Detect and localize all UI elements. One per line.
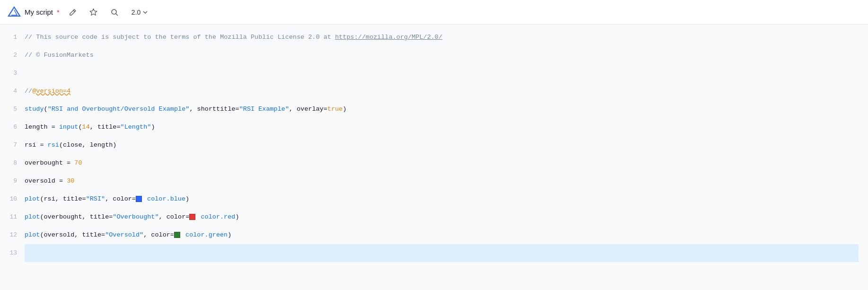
code-lines: // This source code is subject to the te… xyxy=(25,28,868,262)
code-line-4: //@version=4 xyxy=(25,82,859,100)
line10-color-val: color.blue xyxy=(143,190,185,208)
line10-paren1: (rsi, title= xyxy=(40,190,86,208)
line9-os-var: oversold = xyxy=(25,172,67,190)
line-num-10: 10 xyxy=(9,190,17,208)
line7-rsi-var: rsi = xyxy=(25,136,48,154)
line6-str: "Length" xyxy=(121,118,151,136)
line-num-8: 8 xyxy=(9,154,17,172)
line-numbers: 1 2 3 4 5 6 7 8 9 10 11 12 13 xyxy=(0,28,25,262)
line10-color-param: , color= xyxy=(105,190,136,208)
svg-marker-2 xyxy=(90,9,97,16)
code-area: 1 2 3 4 5 6 7 8 9 10 11 12 13 // This so… xyxy=(0,25,868,266)
line11-color-param: , color= xyxy=(159,208,190,226)
line6-comma: , xyxy=(90,118,97,136)
line5-paren1: ( xyxy=(44,100,48,118)
svg-line-4 xyxy=(116,14,118,16)
logo-icon xyxy=(8,6,21,19)
line-num-5: 5 xyxy=(9,100,17,118)
line5-str2: "RSI Example" xyxy=(239,100,289,118)
code-line-6: length = input(14, title="Length") xyxy=(25,118,859,136)
line-num-9: 9 xyxy=(9,172,17,190)
version-label: 2.0 xyxy=(132,9,140,16)
line4-slashes: // xyxy=(25,82,32,100)
line-num-11: 11 xyxy=(9,208,17,226)
line-num-4: 4 xyxy=(9,82,17,100)
line9-30: 30 xyxy=(67,172,74,190)
line5-comma1: , xyxy=(189,100,197,118)
line6-length: length = xyxy=(25,118,59,136)
line-num-1: 1 xyxy=(9,28,17,46)
line-num-3: 3 xyxy=(9,64,17,82)
line4-annotation: @version=4 xyxy=(32,82,70,100)
line2-comment: // © FusionMarkets xyxy=(25,46,94,64)
line11-red-swatch xyxy=(189,214,195,220)
line8-ob-var: overbought = xyxy=(25,154,74,172)
modified-marker: * xyxy=(57,8,60,16)
line6-paren1: ( xyxy=(78,118,82,136)
line-num-13: 13 xyxy=(9,244,17,262)
line12-str: "Oversold" xyxy=(105,226,143,244)
line8-70: 70 xyxy=(74,154,82,172)
code-line-8: overbought = 70 xyxy=(25,154,859,172)
code-line-3 xyxy=(25,64,859,82)
line12-color-val: color.green xyxy=(182,226,228,244)
line11-str: "Overbought" xyxy=(113,208,158,226)
line11-plot: plot xyxy=(25,208,40,226)
line10-blue-swatch xyxy=(136,196,142,202)
code-line-11: plot(overbought, title="Overbought", col… xyxy=(25,208,859,226)
logo-area: My script * xyxy=(8,6,60,19)
line7-args: (close, length) xyxy=(59,136,117,154)
line5-comma2: , xyxy=(289,100,297,118)
star-icon xyxy=(89,8,97,16)
line6-paren2: ) xyxy=(151,118,155,136)
line6-title: title= xyxy=(97,118,121,136)
line10-paren2: ) xyxy=(185,190,189,208)
line-num-12: 12 xyxy=(9,226,17,244)
line12-paren2: ) xyxy=(228,226,231,244)
line5-overlay: overlay= xyxy=(297,100,327,118)
line12-green-swatch xyxy=(174,232,180,238)
svg-line-1 xyxy=(73,10,75,12)
code-line-12: plot(oversold, title="Oversold", color= … xyxy=(25,226,859,244)
edit-button[interactable] xyxy=(65,5,80,20)
svg-point-3 xyxy=(112,9,116,14)
code-line-1: // This source code is subject to the te… xyxy=(25,28,859,46)
edit-icon xyxy=(69,9,77,16)
chevron-down-icon xyxy=(142,9,148,15)
toolbar: My script * 2.0 xyxy=(0,0,868,25)
line12-color-param: , color= xyxy=(143,226,174,244)
code-line-2: // © FusionMarkets xyxy=(25,46,859,64)
search-button[interactable] xyxy=(107,5,122,20)
line7-rsi-func: rsi xyxy=(48,136,59,154)
code-line-9: oversold = 30 xyxy=(25,172,859,190)
line1-comment: // This source code is subject to the te… xyxy=(25,28,335,46)
line11-paren1: (overbought, title= xyxy=(40,208,113,226)
line-num-7: 7 xyxy=(9,136,17,154)
code-line-10: plot(rsi, title="RSI", color= color.blue… xyxy=(25,190,859,208)
code-line-7: rsi = rsi(close, length) xyxy=(25,136,859,154)
line5-study: study xyxy=(25,100,44,118)
line1-link: https://mozilla.org/MPL/2.0/ xyxy=(335,28,442,46)
line5-str1: "RSI and Overbought/Oversold Example" xyxy=(48,100,190,118)
svg-marker-0 xyxy=(9,7,20,16)
line12-plot: plot xyxy=(25,226,40,244)
star-button[interactable] xyxy=(86,5,101,20)
code-line-13[interactable] xyxy=(25,244,859,262)
code-line-5: study("RSI and Overbought/Oversold Examp… xyxy=(25,100,859,118)
line-num-6: 6 xyxy=(9,118,17,136)
line6-input: input xyxy=(59,118,79,136)
line5-true: true xyxy=(327,100,342,118)
line11-paren2: ) xyxy=(235,208,239,226)
line10-str: "RSI" xyxy=(86,190,105,208)
search-icon xyxy=(111,9,118,16)
script-title: My script xyxy=(25,8,53,16)
line11-color-val: color.red xyxy=(197,208,235,226)
line5-short: shorttitle= xyxy=(197,100,239,118)
version-selector[interactable]: 2.0 xyxy=(128,7,152,18)
line-num-2: 2 xyxy=(9,46,17,64)
code-editor: 1 2 3 4 5 6 7 8 9 10 11 12 13 // This so… xyxy=(0,25,868,290)
line12-paren1: (oversold, title= xyxy=(40,226,105,244)
line6-14: 14 xyxy=(82,118,90,136)
line10-plot: plot xyxy=(25,190,40,208)
line5-paren2: ) xyxy=(342,100,346,118)
